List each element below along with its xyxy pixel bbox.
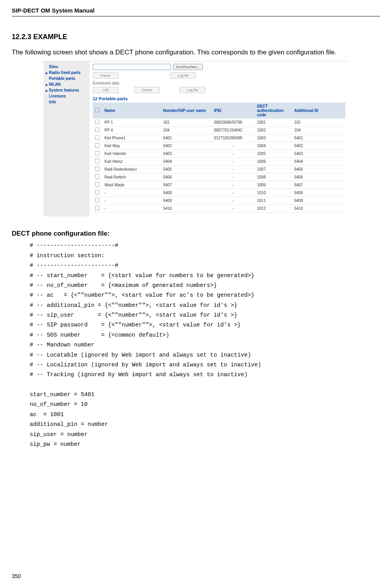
config-file-title: DECT phone configuration file:: [12, 230, 380, 238]
cell-number: 101: [161, 119, 212, 126]
row-checkbox[interactable]: [95, 143, 99, 148]
row-checkbox[interactable]: [95, 190, 99, 195]
cell-auth: 1006: [255, 158, 292, 166]
screenshot-sidebar: SitesRadio fixed partsPortable partsWLAN…: [43, 61, 90, 217]
cell-number: 5404: [161, 158, 212, 166]
portable-parts-heading: 12 Portable parts: [93, 96, 345, 101]
portable-parts-table: Name Number/SIP user name IPEI DECT auth…: [93, 103, 345, 213]
cell-ipei: 0007701154842: [212, 126, 255, 134]
cell-name: PP 4: [102, 126, 161, 134]
cell-addl: 104: [292, 126, 345, 134]
table-row: Karl Heinz5404-10065404: [93, 158, 345, 166]
delete-button[interactable]: Delete: [134, 87, 160, 93]
cell-name: Karl May: [102, 142, 161, 150]
row-checkbox[interactable]: [95, 120, 99, 124]
section-intro: The following screen shot shows a DECT p…: [12, 48, 380, 57]
row-checkbox[interactable]: [95, 206, 99, 210]
running-head: SIP-DECT OM System Manual: [12, 7, 380, 14]
cell-auth: 1008: [255, 173, 292, 181]
browse-button[interactable]: Durchsuchen...: [173, 64, 203, 70]
row-checkbox[interactable]: [95, 128, 99, 132]
row-checkbox[interactable]: [95, 167, 99, 171]
table-row: Karl Valentin5403-10055403: [93, 150, 345, 158]
col-checkbox: [93, 103, 102, 119]
cell-number: 5405: [161, 166, 212, 173]
cell-name: -: [102, 189, 161, 197]
cell-addl: 5407: [292, 181, 345, 189]
cell-ipei: -: [212, 150, 255, 158]
cell-auth: 1002: [255, 126, 292, 134]
cell-auth: 1005: [255, 150, 292, 158]
cell-number: 104: [161, 126, 212, 134]
cell-addl: 5403: [292, 150, 345, 158]
cell-number: 5407: [161, 181, 212, 189]
section-title-text: EXAMPLE: [33, 33, 67, 41]
table-row: -5409-10115409: [93, 197, 345, 205]
import-button[interactable]: Import: [93, 72, 119, 79]
cell-name: Radi Radenkowicz: [102, 166, 161, 173]
col-number: Number/SIP user name: [161, 103, 212, 119]
cell-addl: 5405: [292, 166, 345, 173]
row-checkbox[interactable]: [95, 135, 99, 140]
cell-name: -: [102, 205, 161, 213]
cell-name: Kiel Phone1: [102, 134, 161, 142]
row-checkbox[interactable]: [95, 182, 99, 187]
table-row: Radi Rettich5406-10085406: [93, 173, 345, 181]
cell-auth: 1010: [255, 189, 292, 197]
row-checkbox[interactable]: [95, 198, 99, 202]
cell-number: 5409: [161, 197, 212, 205]
sidebar-item[interactable]: Radio fixed parts: [46, 70, 88, 76]
logfile-button-1[interactable]: Log file: [170, 72, 196, 79]
sidebar-item[interactable]: Licenses: [46, 93, 88, 99]
cell-ipei: -: [212, 166, 255, 173]
table-row: Wadi Wade5407-10095407: [93, 181, 345, 189]
file-path-input[interactable]: [93, 64, 171, 70]
table-row: -5408-10105408: [93, 189, 345, 197]
table-row: Karl May5402-10045402: [93, 142, 345, 150]
cell-number: 5401: [161, 134, 212, 142]
logfile-button-2[interactable]: Log file: [180, 87, 205, 93]
cell-number: 5402: [161, 142, 212, 150]
section-heading: 12.2.3 EXAMPLE: [12, 33, 380, 41]
cell-number: 5406: [161, 173, 212, 181]
cell-auth: 1009: [255, 181, 292, 189]
row-checkbox[interactable]: [95, 151, 99, 155]
cell-addl: 5402: [292, 142, 345, 150]
cell-auth: 1007: [255, 166, 292, 173]
cell-name: -: [102, 197, 161, 205]
col-addl: Additional ID: [292, 103, 345, 119]
cell-ipei: -: [212, 197, 255, 205]
table-row: Kiel Phone15401012710539509910035401: [93, 134, 345, 142]
cell-ipei: -: [212, 158, 255, 166]
cell-name: Karl Valentin: [102, 150, 161, 158]
cell-auth: 1004: [255, 142, 292, 150]
sidebar-item[interactable]: Sites: [46, 64, 88, 70]
select-all-checkbox[interactable]: [95, 108, 99, 112]
cell-addl: 5408: [292, 189, 345, 197]
enrolment-data-label: Enrolment data: [93, 81, 345, 85]
section-number: 12.2.3: [12, 33, 31, 41]
sidebar-item[interactable]: System features: [46, 87, 88, 93]
cell-addl: 5401: [292, 134, 345, 142]
row-checkbox[interactable]: [95, 175, 99, 179]
table-row: PP 410400077011548421002104: [93, 126, 345, 134]
col-name: Name: [102, 103, 161, 119]
row-checkbox[interactable]: [95, 159, 99, 163]
cell-ipei: -: [212, 189, 255, 197]
screenshot-container: SitesRadio fixed partsPortable partsWLAN…: [43, 61, 349, 217]
sidebar-item[interactable]: Portable parts: [46, 76, 88, 81]
cell-addl: 101: [292, 119, 345, 126]
cell-name: PP 1: [102, 119, 161, 126]
cell-auth: 1003: [255, 134, 292, 142]
cell-ipei: -: [212, 142, 255, 150]
cell-number: 5410: [161, 205, 212, 213]
cell-addl: 5404: [292, 158, 345, 166]
cell-addl: 5410: [292, 205, 345, 213]
cell-number: 5403: [161, 150, 212, 158]
sidebar-item[interactable]: Info: [46, 99, 88, 105]
cell-addl: 5406: [292, 173, 345, 181]
cell-auth: 1011: [255, 197, 292, 205]
add-button[interactable]: Add: [93, 87, 119, 93]
sidebar-item[interactable]: WLAN: [46, 81, 88, 87]
cell-name: Karl Heinz: [102, 158, 161, 166]
